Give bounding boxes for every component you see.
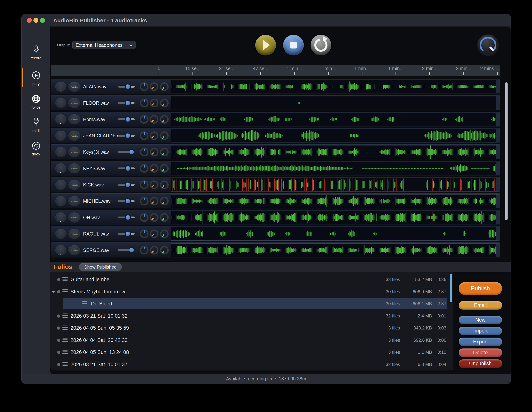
track-more-button[interactable]: ... xyxy=(55,98,66,108)
knob-blue-knob[interactable] xyxy=(140,115,149,124)
knob-orange-knob[interactable] xyxy=(150,148,159,156)
drag-handle-icon[interactable] xyxy=(82,301,87,306)
track-volume-slider[interactable] xyxy=(118,102,135,104)
track-waveform[interactable] xyxy=(171,211,499,224)
export-button[interactable]: Export xyxy=(459,337,502,346)
show-published-button[interactable]: Show Published xyxy=(79,263,122,271)
drag-handle-icon[interactable] xyxy=(62,277,68,282)
track-more-button[interactable]: ... xyxy=(55,114,66,124)
stop-button[interactable] xyxy=(283,35,304,56)
slider-thumb[interactable] xyxy=(129,149,135,155)
track-more-button[interactable]: ... xyxy=(55,196,66,206)
loop-button[interactable] xyxy=(311,35,331,56)
knob-teal-knob[interactable] xyxy=(160,164,169,173)
track-volume-slider[interactable] xyxy=(118,233,135,235)
knob-blue-knob[interactable] xyxy=(140,82,149,91)
knob-blue-knob[interactable] xyxy=(140,164,149,173)
track-audiobin-button[interactable]: AudioBin xyxy=(68,131,80,141)
knob-orange-knob[interactable] xyxy=(150,229,159,238)
track-volume-slider[interactable] xyxy=(118,135,135,137)
track-volume-slider[interactable] xyxy=(118,249,135,251)
knob-orange-knob[interactable] xyxy=(150,246,159,254)
folio-row[interactable]: Guitar and jembe33 files53.2 MB0:36 xyxy=(50,274,453,285)
knob-teal-knob[interactable] xyxy=(160,148,169,156)
track-more-button[interactable]: ... xyxy=(55,163,66,173)
folio-list-scrollbar[interactable] xyxy=(450,274,452,302)
track-audiobin-button[interactable]: AudioBin xyxy=(68,82,80,92)
folio-row[interactable]: De-Bleed30 files606.1 MB2:37 xyxy=(50,298,453,309)
track-more-button[interactable]: ... xyxy=(55,82,66,92)
folio-row[interactable]: 2026 03 21 Sat 10 01 3732 files6.3 MB0:0… xyxy=(50,359,453,370)
folio-row[interactable]: 2026 04 04 Sat 20 42 333 files692.6 KB0:… xyxy=(50,335,453,346)
delete-button[interactable]: Delete xyxy=(459,348,502,357)
knob-orange-knob[interactable] xyxy=(150,213,159,222)
drag-handle-icon[interactable] xyxy=(62,289,68,294)
disclosure-triangle-icon[interactable] xyxy=(51,291,55,293)
slider-thumb[interactable] xyxy=(125,182,131,188)
knob-orange-knob[interactable] xyxy=(150,99,159,107)
output-device-dropdown[interactable]: External Headphones xyxy=(72,41,136,49)
drag-handle-icon[interactable] xyxy=(62,326,68,330)
track-audiobin-button[interactable]: AudioBin xyxy=(68,229,80,239)
track-more-button[interactable]: ... xyxy=(55,245,66,255)
new-button[interactable]: New xyxy=(459,316,502,324)
tracks-scrollbar[interactable] xyxy=(505,82,508,220)
knob-teal-knob[interactable] xyxy=(160,131,169,140)
track-more-button[interactable]: ... xyxy=(55,131,66,141)
unpublish-button[interactable]: Unpublish xyxy=(459,359,502,368)
track-waveform[interactable] xyxy=(171,80,499,94)
knob-orange-knob[interactable] xyxy=(150,180,159,189)
track-audiobin-button[interactable]: AudioBin xyxy=(68,98,80,108)
publish-button[interactable]: Publish xyxy=(459,282,502,295)
master-volume-knob[interactable] xyxy=(476,33,500,57)
knob-blue-knob[interactable] xyxy=(140,99,149,107)
knob-blue-knob[interactable] xyxy=(140,213,149,222)
track-waveform[interactable] xyxy=(171,194,499,208)
track-waveform[interactable] xyxy=(171,129,499,142)
drag-handle-icon[interactable] xyxy=(62,314,68,318)
track-volume-slider[interactable] xyxy=(118,151,135,153)
track-waveform[interactable] xyxy=(171,112,499,126)
drag-handle-icon[interactable] xyxy=(62,362,68,367)
knob-blue-knob[interactable] xyxy=(140,229,149,238)
slider-thumb[interactable] xyxy=(125,133,131,139)
minimize-window-button[interactable] xyxy=(33,18,38,23)
zoom-window-button[interactable] xyxy=(40,18,45,23)
slider-thumb[interactable] xyxy=(125,231,131,237)
knob-blue-knob[interactable] xyxy=(140,131,149,140)
knob-orange-knob[interactable] xyxy=(150,164,159,173)
track-more-button[interactable]: ... xyxy=(55,180,66,190)
knob-orange-knob[interactable] xyxy=(150,115,159,124)
knob-blue-knob[interactable] xyxy=(140,197,149,206)
email-button[interactable]: Email xyxy=(459,301,502,309)
slider-thumb[interactable] xyxy=(125,116,131,122)
slider-thumb[interactable] xyxy=(125,215,131,220)
knob-blue-knob[interactable] xyxy=(140,148,149,156)
drag-handle-icon[interactable] xyxy=(62,350,68,355)
slider-thumb[interactable] xyxy=(129,247,135,253)
track-waveform[interactable] xyxy=(171,227,499,241)
folio-row[interactable]: 2026 03 21 Sat 10 01 3232 files2.4 MB0:0… xyxy=(50,310,453,321)
knob-teal-knob[interactable] xyxy=(160,246,169,254)
track-volume-slider[interactable] xyxy=(118,200,135,202)
track-waveform[interactable] xyxy=(171,162,499,175)
slider-thumb[interactable] xyxy=(125,84,131,90)
slider-thumb[interactable] xyxy=(125,100,131,106)
knob-teal-knob[interactable] xyxy=(160,197,169,206)
track-audiobin-button[interactable]: AudioBin xyxy=(68,212,80,223)
track-volume-slider[interactable] xyxy=(118,86,135,88)
track-waveform[interactable] xyxy=(171,96,499,110)
folio-row[interactable]: 2026 04 05 Sun 05 35 593 files348.2 KB0:… xyxy=(50,323,453,333)
track-more-button[interactable]: ... xyxy=(55,229,66,239)
knob-blue-knob[interactable] xyxy=(140,246,149,254)
folio-row[interactable]: Stems Maybe Tomorrow30 files606.9 MB2:37 xyxy=(50,286,453,297)
track-volume-slider[interactable] xyxy=(118,168,135,169)
track-audiobin-button[interactable]: AudioBin xyxy=(68,196,80,206)
knob-teal-knob[interactable] xyxy=(160,82,169,91)
knob-orange-knob[interactable] xyxy=(150,131,159,140)
drag-handle-icon[interactable] xyxy=(62,338,68,343)
folio-row[interactable]: 2026 04 05 Sun 13 24 083 files1.1 MB0:10 xyxy=(50,347,453,358)
track-waveform[interactable] xyxy=(171,145,499,159)
knob-teal-knob[interactable] xyxy=(160,115,169,124)
close-window-button[interactable] xyxy=(27,18,32,23)
